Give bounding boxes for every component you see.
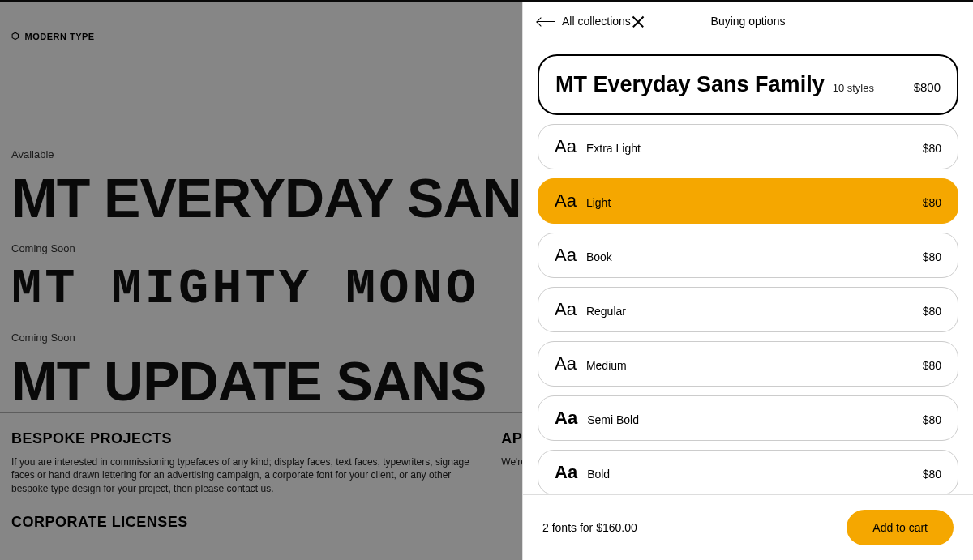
family-style-count: 10 styles	[833, 82, 874, 94]
style-name: Book	[586, 250, 612, 263]
family-option[interactable]: MT Everyday Sans Family 10 styles $800	[538, 54, 958, 115]
buying-options-panel: All collections Buying options MT Everyd…	[522, 2, 973, 560]
style-price: $80	[923, 250, 941, 263]
panel-body: MT Everyday Sans Family 10 styles $800 A…	[523, 40, 973, 494]
add-to-cart-button[interactable]: Add to cart	[847, 510, 954, 545]
sample-glyph: Aa	[555, 245, 577, 266]
style-price: $80	[923, 468, 941, 481]
style-price: $80	[923, 305, 941, 318]
style-price: $80	[923, 413, 941, 426]
sample-glyph: Aa	[555, 408, 577, 429]
style-name: Medium	[586, 359, 627, 372]
family-price: $800	[914, 80, 941, 94]
style-option[interactable]: AaExtra Light$80	[538, 124, 958, 169]
arrow-left-icon	[538, 21, 555, 22]
sample-glyph: Aa	[555, 136, 577, 157]
style-option[interactable]: AaSemi Bold$80	[538, 395, 958, 441]
family-name: MT Everyday Sans Family	[555, 72, 825, 97]
style-option[interactable]: AaBold$80	[538, 450, 958, 494]
style-option[interactable]: AaMedium$80	[538, 341, 958, 387]
style-option[interactable]: AaBook$80	[538, 233, 958, 278]
sample-glyph: Aa	[555, 299, 577, 320]
back-label: All collections	[562, 15, 631, 28]
style-name: Light	[586, 196, 611, 209]
style-option[interactable]: AaRegular$80	[538, 287, 958, 332]
style-price: $80	[923, 359, 941, 372]
panel-title: Buying options	[711, 15, 786, 28]
style-price: $80	[923, 196, 941, 209]
style-name: Regular	[586, 305, 626, 318]
style-price: $80	[923, 142, 941, 155]
sample-glyph: Aa	[555, 190, 577, 212]
style-option[interactable]: AaLight$80	[538, 178, 958, 224]
style-name: Bold	[587, 468, 610, 481]
style-name: Semi Bold	[587, 413, 639, 426]
sample-glyph: Aa	[555, 462, 577, 483]
back-button[interactable]: All collections	[538, 15, 631, 28]
sample-glyph: Aa	[555, 353, 577, 374]
close-icon[interactable]	[631, 14, 645, 28]
style-name: Extra Light	[586, 142, 641, 155]
cart-summary: 2 fonts for $160.00	[542, 521, 637, 534]
